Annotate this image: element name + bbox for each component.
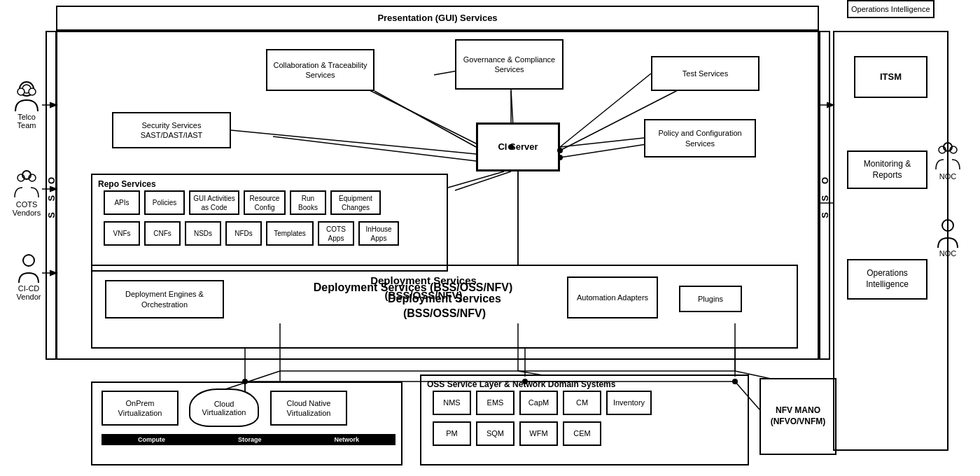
- deployment-label: Deployment Services (BSS/OSS/NFV): [388, 292, 501, 321]
- security-box: Security Services SAST/DAST/IAST: [112, 112, 231, 148]
- svg-point-30: [942, 220, 953, 231]
- inhouse-apps-box: InHouse Apps: [358, 221, 399, 246]
- noc1-icon: NOC: [931, 140, 965, 181]
- cots-vendors-icon: COTS Vendors: [10, 168, 43, 217]
- policies-box: Policies: [144, 190, 185, 215]
- resource-config-box: Resource Config: [244, 190, 286, 215]
- itsm-box: ITSM: [854, 56, 927, 98]
- templates-box: Templates: [266, 221, 314, 246]
- nfv-mano-box: NFV MANO (NFVO/VNFM): [760, 378, 836, 455]
- cloud-native-box: Cloud Native Virtualization: [270, 391, 347, 426]
- ops-intel-box: Operations Intelligence: [847, 0, 934, 18]
- sso-right: S S O: [819, 31, 830, 360]
- wfm-box: WFM: [519, 421, 558, 446]
- cots-apps-box: COTS Apps: [318, 221, 354, 246]
- capm-box: CapM: [519, 391, 558, 415]
- plugins-box: Plugins: [679, 286, 742, 312]
- nms-box: NMS: [433, 391, 471, 415]
- diagram-container: Presentation (GUI) Services Collaboratio…: [0, 0, 980, 476]
- governance-box: Governance & Compliance Services: [455, 39, 564, 90]
- storage-label: Storage: [238, 436, 262, 443]
- repo-label: Repo Services: [98, 179, 156, 190]
- cm-box: CM: [563, 391, 601, 415]
- oss-label: OSS Service Layer & Network Domain Syste…: [427, 379, 615, 391]
- pm-box: PM: [433, 421, 471, 446]
- telco-team-label: Telco Team: [10, 113, 43, 130]
- cnfs-box: CNFs: [144, 221, 181, 246]
- ci-server-box: CI Server: [476, 122, 560, 172]
- telco-team-icon: Telco Team: [10, 80, 43, 130]
- nfds-box: NFDs: [225, 221, 262, 246]
- cloud-virt-box: Cloud Virtualization: [189, 388, 259, 427]
- vnfs-box: VNFs: [104, 221, 140, 246]
- cots-vendors-label: COTS Vendors: [10, 200, 43, 217]
- svg-point-26: [23, 255, 34, 266]
- cicd-vendor-icon: CI-CD Vendor: [10, 252, 48, 301]
- onprem-box: OnPrem Virtualization: [102, 391, 178, 426]
- sso-left: S S O: [46, 31, 57, 360]
- svg-point-22: [29, 88, 36, 95]
- noc2-icon: NOC: [931, 217, 965, 258]
- gui-activities-box: GUI Activities as Code: [189, 190, 239, 215]
- ops-intel-box2: Operations Intelligence: [847, 259, 927, 300]
- inventory-box: Inventory: [606, 391, 652, 415]
- compute-label: Compute: [138, 436, 165, 443]
- noc2-label: NOC: [931, 249, 965, 258]
- equipment-changes-box: Equipment Changes: [330, 190, 381, 215]
- run-books-box: Run Books: [290, 190, 326, 215]
- sqm-box: SQM: [476, 421, 514, 446]
- svg-point-21: [18, 88, 24, 95]
- oss-outer-box: OSS Service Layer & Network Domain Syste…: [420, 374, 749, 465]
- policy-box: Policy and Configuration Services: [644, 119, 756, 158]
- network-label: Network: [334, 436, 359, 443]
- collab-box: Collaboration & Traceability Services: [266, 49, 374, 91]
- noc1-label: NOC: [931, 172, 965, 181]
- monitoring-box: Monitoring & Reports: [847, 150, 927, 189]
- resource-bar: Compute Storage Network: [102, 434, 396, 445]
- ems-box: EMS: [476, 391, 514, 415]
- deployment-engines-box: Deployment Engines & Orchestration: [105, 280, 224, 318]
- presentation-box: Presentation (GUI) Services: [56, 6, 819, 31]
- cem-box: CEM: [563, 421, 601, 446]
- nsds-box: NSDs: [185, 221, 221, 246]
- apis-box: APIs: [104, 190, 140, 215]
- test-services-box: Test Services: [651, 56, 760, 91]
- cicd-vendor-label: CI-CD Vendor: [10, 284, 48, 301]
- automation-adapters-box: Automation Adapters: [567, 276, 658, 318]
- deployment-title: Deployment Services (BSS/OSS/NFV): [280, 280, 546, 295]
